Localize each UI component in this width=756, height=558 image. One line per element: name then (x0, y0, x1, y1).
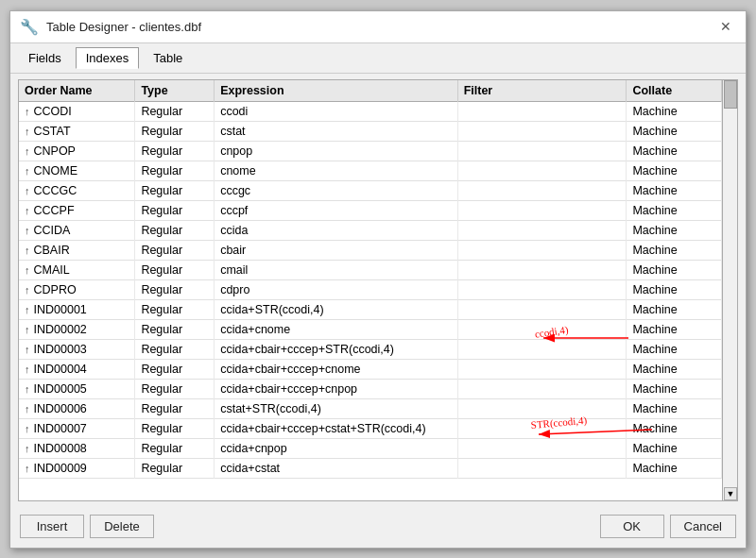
sort-icon: ↑ (25, 403, 30, 414)
cell-order: ↑CNOME (19, 161, 135, 180)
table-container: Order Name Type Expression Filter Collat… (18, 79, 738, 501)
cell-filter (457, 121, 627, 141)
sort-icon: ↑ (25, 284, 30, 296)
cancel-button[interactable]: Cancel (670, 515, 736, 538)
cell-order: ↑CCCGC (19, 180, 135, 200)
cell-expression: cmail (215, 260, 457, 279)
sort-icon: ↑ (25, 344, 30, 355)
cell-filter (457, 240, 627, 260)
table-row[interactable]: ↑IND00004Regularccida+cbair+cccep+cnomeM… (19, 359, 722, 379)
cell-collate: Machine (627, 359, 722, 379)
cell-expression: ccida+cstat (215, 458, 457, 478)
cell-collate: Machine (627, 220, 722, 240)
cell-expression: cnome (215, 161, 457, 180)
cell-expression: ccida+cbair+cccep+cstat+STR(ccodi,4) (215, 418, 457, 438)
table-row[interactable]: ↑CCCGCRegularcccgcMachine (19, 180, 722, 200)
delete-button[interactable]: Delete (90, 515, 154, 538)
cell-expression: ccodi (215, 101, 457, 121)
cell-collate: Machine (627, 101, 722, 121)
table-row[interactable]: ↑CCCPFRegularcccpfMachine (19, 200, 722, 220)
footer-left-buttons: Insert Delete (20, 515, 154, 538)
table-row[interactable]: ↑IND00001Regularccida+STR(ccodi,4)Machin… (19, 299, 722, 319)
col-header-filter: Filter (457, 80, 627, 102)
cell-expression: ccida+cbair+cccep+cnome (215, 359, 457, 379)
table-row[interactable]: ↑CDPRORegularcdproMachine (19, 279, 722, 299)
close-button[interactable]: ✕ (715, 16, 736, 37)
cell-filter (457, 101, 627, 121)
cell-collate: Machine (627, 260, 722, 279)
cell-collate: Machine (627, 240, 722, 260)
cell-type: Regular (135, 161, 215, 180)
cell-order: ↑IND00003 (19, 339, 135, 359)
cell-collate: Machine (627, 161, 722, 180)
col-header-order: Order Name (19, 80, 135, 102)
table-row[interactable]: ↑IND00002Regularccida+cnomeMachine (19, 319, 722, 339)
sort-icon: ↑ (25, 165, 30, 177)
cell-type: Regular (135, 299, 215, 319)
cell-type: Regular (135, 279, 215, 299)
menu-table[interactable]: Table (143, 47, 193, 69)
footer-bar: Insert Delete OK Cancel (10, 507, 746, 548)
menu-bar: Fields Indexes Table (10, 43, 746, 74)
ok-button[interactable]: OK (600, 515, 664, 538)
table-row[interactable]: ↑CCIDARegularccidaMachine (19, 220, 722, 240)
cell-order: ↑CCIDA (19, 220, 135, 240)
cell-expression: cccgc (215, 180, 457, 200)
cell-filter (457, 339, 627, 359)
cell-filter (457, 299, 627, 319)
cell-filter (457, 260, 627, 279)
table-row[interactable]: ↑CBAIRRegularcbairMachine (19, 240, 722, 260)
indexes-table: Order Name Type Expression Filter Collat… (19, 80, 722, 479)
table-row[interactable]: ↑CNOMERegularcnomeMachine (19, 161, 722, 180)
cell-expression: ccida (215, 220, 457, 240)
cell-expression: cstat+STR(ccodi,4) (215, 398, 457, 418)
cell-collate: Machine (627, 398, 722, 418)
sort-icon: ↑ (25, 145, 30, 157)
cell-collate: Machine (627, 418, 722, 438)
content-area: Order Name Type Expression Filter Collat… (10, 74, 746, 507)
table-row[interactable]: ↑IND00007Regularccida+cbair+cccep+cstat+… (19, 418, 722, 438)
cell-filter (457, 398, 627, 418)
cell-filter (457, 141, 627, 161)
menu-indexes[interactable]: Indexes (76, 47, 140, 69)
menu-fields[interactable]: Fields (18, 47, 72, 69)
cell-type: Regular (135, 220, 215, 240)
cell-order: ↑IND00005 (19, 379, 135, 398)
cell-order: ↑CBAIR (19, 240, 135, 260)
table-body: ↑CCODIRegularccodiMachine↑CSTATRegularcs… (19, 101, 722, 478)
table-row[interactable]: ↑IND00003Regularccida+cbair+cccep+STR(cc… (19, 339, 722, 359)
table-row[interactable]: ↑IND00005Regularccida+cbair+cccep+cnpopM… (19, 379, 722, 398)
cell-filter (457, 359, 627, 379)
cell-order: ↑CCCPF (19, 200, 135, 220)
table-row[interactable]: ↑CSTATRegularcstatMachine (19, 121, 722, 141)
cell-expression: ccida+cnome (215, 319, 457, 339)
scroll-thumb[interactable] (724, 80, 737, 109)
cell-order: ↑CNPOP (19, 141, 135, 161)
cell-type: Regular (135, 101, 215, 121)
table-wrapper[interactable]: Order Name Type Expression Filter Collat… (19, 80, 737, 479)
cell-filter (457, 220, 627, 240)
cell-collate: Machine (627, 339, 722, 359)
table-row[interactable]: ↑CCODIRegularccodiMachine (19, 101, 722, 121)
table-row[interactable]: ↑IND00006Regularcstat+STR(ccodi,4)Machin… (19, 398, 722, 418)
sort-icon: ↑ (25, 126, 30, 137)
cell-type: Regular (135, 438, 215, 458)
cell-expression: ccida+cbair+cccep+STR(ccodi,4) (215, 339, 457, 359)
insert-button[interactable]: Insert (20, 515, 84, 538)
table-row[interactable]: ↑CNPOPRegularcnpopMachine (19, 141, 722, 161)
table-row[interactable]: ↑IND00008Regularccida+cnpopMachine (19, 438, 722, 458)
table-row[interactable]: ↑CMAILRegularcmailMachine (19, 260, 722, 279)
cell-collate: Machine (627, 458, 722, 478)
cell-filter (457, 418, 627, 438)
cell-type: Regular (135, 121, 215, 141)
table-row[interactable]: ↑IND00009Regularccida+cstatMachine (19, 458, 722, 478)
cell-collate: Machine (627, 299, 722, 319)
cell-type: Regular (135, 418, 215, 438)
cell-order: ↑IND00007 (19, 418, 135, 438)
scroll-down-button[interactable]: ▼ (724, 487, 737, 500)
window-title: Table Designer - clientes.dbf (46, 20, 201, 34)
cell-filter (457, 161, 627, 180)
cell-filter (457, 200, 627, 220)
cell-filter (457, 319, 627, 339)
scrollbar[interactable]: ▲ ▼ (722, 80, 737, 500)
